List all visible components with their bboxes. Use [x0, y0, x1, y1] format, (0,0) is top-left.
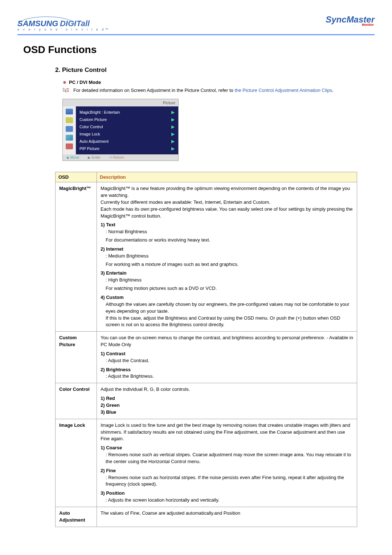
row-label-color-control: Color Control [56, 383, 97, 419]
osd-menu-item: Auto Adjustment▶ [79, 138, 175, 145]
osd-top-label: Picture [63, 99, 178, 106]
osd-side-icon [66, 109, 73, 114]
description-table: OSD Description MagicBright™ MagicBright… [55, 172, 357, 527]
osd-footer-return: ⏎ Return [109, 155, 124, 159]
osd-menu-item: Image Lock▶ [79, 130, 175, 138]
chevron-right-icon: ▶ [171, 124, 175, 129]
info-post: . [332, 88, 334, 93]
brand-left: SAMSUNG DIGITall e v e r y o n e ' s i n… [17, 15, 110, 31]
chevron-right-icon: ▶ [171, 131, 175, 137]
osd-menu-item: Custom Picture▶ [79, 116, 175, 123]
mode-label: PC / DVI Mode [69, 80, 101, 85]
osd-menu-item: Color Control▶ [79, 123, 175, 130]
row-label-auto-adjustment: Auto Adjustment [56, 507, 97, 527]
osd-menu-item: PIP Picture▶ [79, 145, 175, 152]
chevron-right-icon: ▶ [171, 117, 175, 122]
page-title: OSD Functions [17, 44, 375, 56]
row-desc-color-control: Adjust the individual R, G, B color cont… [97, 383, 357, 419]
chevron-right-icon: ▶ [171, 110, 175, 115]
section-header: 2. Picture Control [55, 66, 357, 74]
animation-clips-link[interactable]: the Picture Control Adjustment Animation… [234, 88, 332, 93]
top-divider [17, 34, 375, 35]
cursor-icon [62, 87, 70, 93]
row-label-magicbright: MagicBright™ [56, 182, 97, 332]
table-row: Color Control Adjust the individual R, G… [56, 383, 357, 419]
osd-sidebar [63, 106, 76, 154]
info-row: For detailed information on Screen Adjus… [62, 87, 357, 94]
osd-side-icon [66, 117, 73, 123]
osd-footer: ◆ Move ▶ Enter ⏎ Return [63, 154, 178, 161]
osd-footer-move: ◆ Move [66, 155, 79, 159]
chevron-right-icon: ▶ [171, 146, 175, 151]
row-desc-custom-picture: You can use the on-screen menus to chang… [97, 332, 357, 383]
osd-footer-enter: ▶ Enter [88, 155, 101, 159]
row-desc-auto-adjustment: The values of Fine, Coarse are adjusted … [97, 507, 357, 527]
osd-side-icon [66, 143, 73, 149]
table-row: Image Lock Image Lock is used to fine tu… [56, 419, 357, 507]
brand-samsung: SAMSUNG [17, 19, 58, 28]
svg-point-2 [64, 81, 66, 84]
brand-right: SyncMaster Monitor [326, 15, 375, 27]
table-row: Custom Picture You can use the on-screen… [56, 332, 357, 383]
table-header-osd: OSD [56, 172, 97, 182]
osd-side-icon [66, 126, 73, 132]
brand-tagline: e v e r y o n e ' s i n v i t e d™ [17, 28, 110, 31]
row-desc-magicbright: MagicBright™ is a new feature providing … [97, 182, 357, 332]
mode-header: PC / DVI Mode [62, 80, 357, 85]
page-header: SAMSUNG DIGITall e v e r y o n e ' s i n… [17, 15, 375, 31]
row-label-custom-picture: Custom Picture [56, 332, 97, 383]
chevron-right-icon: ▶ [171, 139, 175, 144]
row-label-image-lock: Image Lock [56, 419, 97, 507]
row-desc-image-lock: Image Lock is used to fine tune and get … [97, 419, 357, 507]
table-header-desc: Description [97, 172, 357, 182]
osd-menu-list: MagicBright : Entertain▶ Custom Picture▶… [76, 106, 178, 154]
osd-screenshot: Picture MagicBright : Entertain▶ Custom … [62, 99, 179, 161]
osd-menu-item: MagicBright : Entertain▶ [79, 109, 175, 116]
osd-side-icon [66, 135, 73, 141]
brand-digitall: DIGITall [60, 19, 90, 28]
table-row: Auto Adjustment The values of Fine, Coar… [56, 507, 357, 527]
bullet-icon [62, 80, 67, 85]
info-pre: For detailed information on Screen Adjus… [73, 88, 234, 93]
table-row: MagicBright™ MagicBright™ is a new featu… [56, 182, 357, 332]
